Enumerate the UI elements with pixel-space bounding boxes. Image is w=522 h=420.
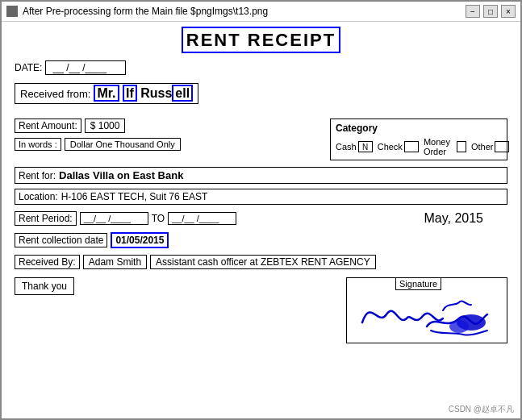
- period-from[interactable]: __/__ /____: [80, 212, 148, 225]
- date-label: DATE:: [15, 62, 42, 73]
- month-year: May, 2015: [424, 211, 483, 226]
- rent-amount-row: Rent Amount: $ 1000: [15, 119, 314, 133]
- category-box: Category Cash N Check Money Ord: [330, 119, 507, 160]
- receipt-title: RENT RECEIPT: [182, 27, 340, 53]
- rent-period-row: Rent Period: __/__ /____ TO __/__ /____ …: [15, 211, 507, 226]
- cat-check-label: Check: [378, 142, 403, 152]
- collection-label: Rent collection date: [15, 233, 107, 247]
- name-highlight-ell: ell: [172, 85, 193, 102]
- title-bar: After Pre-processing form the Main file …: [2, 2, 520, 22]
- amount-col: Rent Amount: $ 1000 In words : Dollar On…: [15, 119, 314, 160]
- svg-point-1: [449, 320, 469, 333]
- category-title: Category: [336, 123, 502, 134]
- location-value: H-106 EAST TECH, Suit 76 EAST: [61, 191, 208, 202]
- cat-other-checkbox[interactable]: [495, 141, 509, 152]
- date-input[interactable]: __ /__ /____: [45, 60, 126, 75]
- maximize-button[interactable]: □: [483, 5, 498, 18]
- cat-moneyorder-checkbox[interactable]: [457, 141, 466, 152]
- received-by-name: Adam Smith: [83, 255, 147, 269]
- thankyou-text: Thank you: [22, 281, 67, 292]
- cat-cash: Cash N: [336, 141, 373, 152]
- rent-amount-value: $ 1000: [85, 119, 126, 133]
- received-label: Received from:: [20, 88, 90, 100]
- cat-cash-checkbox[interactable]: N: [358, 141, 373, 152]
- inwords-row: In words : Dollar One Thousand Only: [15, 138, 314, 151]
- cat-other: Other: [471, 141, 510, 152]
- content-area: RENT RECEIPT DATE: __ /__ /____ Received…: [2, 22, 520, 418]
- location-label: Location:: [19, 191, 58, 202]
- received-name: Mr. If Russell: [94, 86, 193, 101]
- thankyou-box: Thank you: [15, 277, 74, 295]
- app-icon: [6, 6, 18, 17]
- inwords-value: Dollar One Thousand Only: [65, 138, 181, 151]
- cat-moneyorder: Money Order: [424, 137, 466, 156]
- window-controls: − □ ×: [466, 5, 516, 18]
- minimize-button[interactable]: −: [466, 5, 480, 18]
- received-by-row: Received By: Adam Smith Assistant cash o…: [15, 255, 507, 269]
- received-row: Received from: Mr. If Russell: [15, 83, 198, 104]
- csdn-watermark: CSDN @赵卓不凡: [449, 404, 514, 415]
- received-by-label: Received By:: [15, 255, 80, 269]
- period-to-label: TO: [152, 213, 165, 224]
- received-by-title: Assistant cash officer at ZEBTEX RENT AG…: [150, 255, 376, 269]
- date-row: DATE: __ /__ /____: [15, 60, 507, 75]
- location-row: Location: H-106 EAST TECH, Suit 76 EAST: [15, 189, 507, 205]
- amount-category-row: Rent Amount: $ 1000 In words : Dollar On…: [15, 119, 507, 160]
- receipt-header: RENT RECEIPT: [15, 30, 507, 51]
- category-col: Category Cash N Check Money Ord: [330, 119, 507, 160]
- rent-for-value: Dallas Villa on East Bank: [59, 169, 183, 181]
- period-label: Rent Period:: [15, 211, 77, 226]
- name-space2: Russ: [140, 86, 172, 100]
- cat-other-label: Other: [471, 142, 494, 152]
- inwords-label: In words :: [15, 138, 61, 151]
- cat-check-checkbox[interactable]: [404, 141, 419, 152]
- name-highlight-mr: Mr.: [94, 85, 119, 102]
- rent-amount-label: Rent Amount:: [15, 119, 81, 133]
- signature-svg: [354, 282, 499, 339]
- app-window: After Pre-processing form the Main file …: [0, 0, 522, 420]
- rent-for-label: Rent for:: [19, 170, 56, 181]
- category-options: Cash N Check Money Order: [336, 137, 502, 156]
- close-button[interactable]: ×: [501, 5, 516, 18]
- rent-for-row: Rent for: Dallas Villa on East Bank: [15, 167, 507, 184]
- cat-cash-label: Cash: [336, 142, 357, 152]
- collection-date: 01/05/2015: [111, 232, 169, 248]
- name-highlight-if: If: [123, 85, 137, 102]
- window-title: After Pre-processing form the Main file …: [23, 6, 461, 17]
- cat-check: Check: [378, 141, 419, 152]
- received-section: Received from: Mr. If Russell: [15, 83, 507, 112]
- period-to[interactable]: __/__ /____: [168, 212, 236, 225]
- signature-label: Signature: [395, 277, 441, 290]
- signature-area: Signature: [346, 277, 507, 343]
- bottom-row: Thank you Signature: [15, 277, 507, 343]
- cat-moneyorder-label: Money Order: [424, 137, 455, 156]
- collection-row: Rent collection date 01/05/2015: [15, 232, 507, 248]
